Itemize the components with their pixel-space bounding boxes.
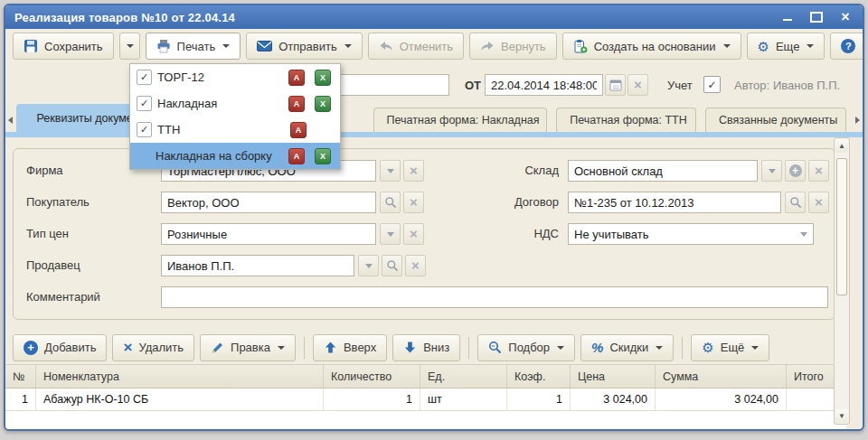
search-icon bbox=[386, 259, 399, 272]
contract-search-button[interactable] bbox=[785, 192, 806, 213]
menu-checkbox[interactable]: ✓ bbox=[137, 96, 152, 111]
dropdown-caret-icon bbox=[278, 346, 285, 350]
table-row[interactable]: 1 Абажур НК-О-10 СБ 1 шт 1 3 024,00 3 02… bbox=[5, 389, 846, 411]
items-table: № Номенклатура Количество Ед. Коэф. Цена… bbox=[5, 364, 846, 429]
firm-clear-button[interactable]: × bbox=[403, 160, 424, 182]
cell-quantity: 1 bbox=[324, 389, 420, 410]
price-type-dropdown-button[interactable] bbox=[380, 223, 401, 245]
price-type-input[interactable] bbox=[161, 223, 376, 245]
document-date-input[interactable] bbox=[485, 74, 603, 96]
redo-button[interactable]: Вернуть bbox=[469, 33, 557, 60]
contract-clear-button[interactable]: × bbox=[808, 192, 829, 213]
menu-item-torg12[interactable]: ✓ ТОРГ-12 A X bbox=[130, 64, 340, 90]
col-header-nomenclature[interactable]: Номенклатура bbox=[36, 365, 324, 388]
menu-item-ttn[interactable]: ✓ ТТН A bbox=[130, 117, 340, 143]
print-dropdown-menu: ✓ ТОРГ-12 A X ✓ Накладная A X ✓ ТТН A На… bbox=[129, 63, 341, 170]
menu-checkbox[interactable]: ✓ bbox=[137, 70, 152, 85]
col-header-koef[interactable]: Коэф. bbox=[507, 365, 571, 388]
help-button[interactable]: ? Справка bbox=[830, 33, 863, 60]
account-checkbox[interactable]: ✓ bbox=[703, 76, 721, 93]
col-header-unit[interactable]: Ед. bbox=[420, 365, 507, 388]
move-up-button[interactable]: Вверх bbox=[313, 334, 387, 361]
more-button[interactable]: ⚙ Еще bbox=[747, 33, 826, 60]
excel-icon[interactable]: X bbox=[315, 96, 331, 112]
cell-num: 1 bbox=[5, 389, 36, 410]
price-type-clear-button[interactable]: × bbox=[403, 223, 424, 245]
warehouse-add-button[interactable]: + bbox=[785, 160, 806, 182]
buyer-clear-button[interactable]: × bbox=[403, 192, 424, 213]
delete-row-button[interactable]: × Удалить bbox=[112, 334, 194, 361]
seller-dropdown-button[interactable] bbox=[358, 255, 379, 276]
clear-date-button[interactable]: × bbox=[627, 74, 648, 96]
vertical-scrollbar[interactable]: ▲ ▼ bbox=[834, 137, 850, 425]
undo-button[interactable]: Отменить bbox=[368, 33, 464, 60]
col-header-price[interactable]: Цена bbox=[571, 365, 656, 388]
print-button[interactable]: Печать bbox=[146, 33, 241, 60]
cell-price: 3 024,00 bbox=[571, 389, 656, 410]
firm-label: Фирма bbox=[26, 164, 63, 177]
add-row-button[interactable]: + Добавить bbox=[13, 334, 107, 361]
tab-scroll-right-button[interactable] bbox=[852, 108, 863, 132]
tab-label: Связанные документы bbox=[719, 114, 837, 126]
tab-print-form-ttn[interactable]: Печатная форма: ТТН bbox=[556, 108, 696, 132]
pdf-icon[interactable]: A bbox=[288, 96, 305, 112]
scroll-down-button[interactable]: ▼ bbox=[835, 409, 848, 423]
scroll-up-button[interactable]: ▲ bbox=[835, 139, 848, 153]
save-button[interactable]: Сохранить bbox=[13, 33, 114, 60]
tab-scroll-left-button[interactable] bbox=[5, 108, 16, 132]
tab-related-documents[interactable]: Связанные документы bbox=[705, 108, 846, 132]
buyer-search-button[interactable] bbox=[380, 192, 401, 213]
pick-items-button[interactable]: Подбор bbox=[477, 334, 575, 361]
titlebar[interactable]: Реализация товаров №10 от 22.04.14 × bbox=[5, 5, 863, 29]
buyer-input[interactable] bbox=[161, 192, 376, 213]
save-options-button[interactable] bbox=[119, 33, 140, 60]
create-based-on-button[interactable]: Создать на основании bbox=[562, 33, 741, 60]
excel-icon[interactable]: X bbox=[315, 70, 331, 86]
save-icon bbox=[24, 39, 38, 53]
calendar-button[interactable] bbox=[605, 74, 626, 96]
menu-item-nakladnaya[interactable]: ✓ Накладная A X bbox=[130, 90, 340, 117]
seller-input[interactable] bbox=[161, 255, 354, 276]
items-more-button[interactable]: ⚙ Ещё bbox=[691, 334, 769, 361]
vat-value: Не учитывать bbox=[574, 228, 800, 241]
scrollbar-thumb[interactable] bbox=[836, 158, 847, 295]
col-header-sum[interactable]: Сумма bbox=[656, 365, 787, 388]
vat-select[interactable]: Не учитывать bbox=[568, 223, 814, 245]
move-up-label: Вверх bbox=[344, 341, 376, 354]
tab-print-form-nakladnaya[interactable]: Печатная форма: Накладная bbox=[373, 108, 548, 132]
seller-search-button[interactable] bbox=[382, 255, 402, 276]
dropdown-caret-icon bbox=[807, 44, 814, 48]
redo-arrow-icon bbox=[480, 39, 495, 53]
excel-icon[interactable]: X bbox=[315, 148, 331, 164]
seller-clear-button[interactable]: × bbox=[405, 255, 426, 276]
help-icon: ? bbox=[841, 39, 855, 53]
pdf-icon[interactable]: A bbox=[290, 122, 307, 138]
send-button[interactable]: Отправить bbox=[246, 33, 362, 60]
pdf-icon[interactable]: A bbox=[288, 70, 305, 86]
pdf-icon[interactable]: A bbox=[288, 148, 305, 164]
menu-item-nakladnaya-na-sborku[interactable]: Накладная на сборку A X bbox=[130, 143, 340, 169]
firm-dropdown-button[interactable] bbox=[380, 160, 401, 182]
col-header-num[interactable]: № bbox=[5, 365, 36, 388]
edit-button[interactable]: Правка bbox=[200, 334, 296, 361]
col-header-quantity[interactable]: Количество bbox=[324, 365, 420, 388]
dropdown-caret-icon bbox=[557, 346, 564, 350]
contract-input[interactable] bbox=[568, 192, 781, 213]
more-label: Еще bbox=[776, 40, 799, 53]
close-button[interactable]: × bbox=[837, 10, 854, 24]
cell-koef: 1 bbox=[507, 389, 571, 410]
menu-checkbox[interactable]: ✓ bbox=[137, 122, 152, 137]
save-label: Сохранить bbox=[44, 40, 103, 53]
comment-input[interactable] bbox=[161, 286, 828, 308]
warehouse-clear-button[interactable]: × bbox=[808, 160, 829, 182]
chevron-down-icon bbox=[365, 264, 373, 268]
clear-icon: × bbox=[410, 196, 418, 209]
items-toolbar: + Добавить × Удалить Правка Вверх Вниз П… bbox=[5, 331, 846, 364]
minimize-button[interactable] bbox=[779, 10, 796, 24]
discounts-button[interactable]: % Скидки bbox=[580, 334, 674, 361]
warehouse-input[interactable] bbox=[568, 160, 758, 182]
move-down-button[interactable]: Вниз bbox=[392, 334, 460, 361]
maximize-button[interactable] bbox=[808, 10, 825, 24]
warehouse-dropdown-button[interactable] bbox=[761, 160, 782, 182]
dropdown-caret-icon bbox=[344, 44, 352, 48]
